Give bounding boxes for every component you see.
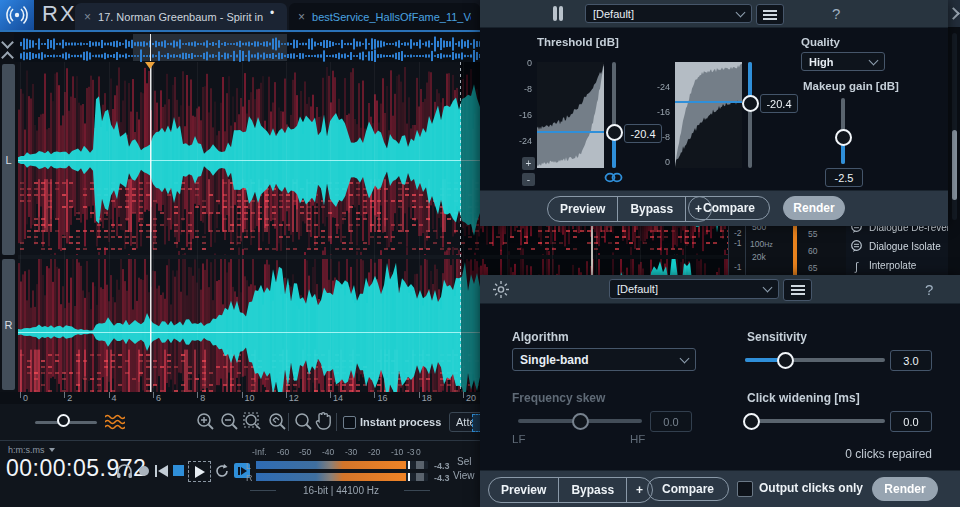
amp-scale-label: -2 — [734, 228, 742, 238]
module-list-scrollbar[interactable] — [952, 33, 957, 220]
click-widening-slider[interactable] — [745, 419, 885, 423]
histogram-zoom-in-button[interactable]: + — [522, 157, 535, 170]
chevron-down-icon — [869, 55, 879, 65]
preset-value: [Default] — [617, 283, 658, 295]
makeup-gain-value[interactable]: -2.5 — [825, 168, 863, 187]
magnify-tool-icon[interactable] — [294, 412, 312, 431]
tab-label[interactable]: bestService_HallsOfFame_11_Vocals_Dry.wa — [312, 11, 471, 23]
record-button[interactable] — [139, 466, 149, 476]
help-button[interactable]: ? — [925, 281, 933, 298]
module-list: Dialogue De-reverbDialogue Isolate∫Inter… — [846, 218, 948, 275]
bypass-button[interactable]: Bypass — [618, 197, 685, 221]
freq-scale-label: 20k — [752, 252, 766, 262]
histogram-axis-label: -24 — [652, 82, 670, 92]
link-channels-icon[interactable] — [604, 172, 623, 183]
instant-process-checkbox[interactable] — [343, 416, 356, 429]
threshold-slider-right-handle[interactable] — [742, 95, 759, 112]
freq-scale-label: 500 — [752, 225, 766, 232]
divider — [336, 413, 337, 431]
declip-preset-menu-button[interactable] — [756, 4, 784, 25]
ruler-tick — [64, 392, 65, 398]
blend-slider-handle[interactable] — [57, 414, 70, 427]
module-list-item[interactable]: ∫Interpolate — [846, 256, 948, 275]
level-meter-right — [256, 473, 428, 481]
algorithm-select[interactable]: Single-band — [512, 348, 696, 371]
scrollbar-thumb[interactable] — [952, 130, 957, 200]
loop-button[interactable] — [214, 463, 230, 479]
histogram-axis-label: -16 — [652, 107, 670, 117]
declick-preset-select[interactable]: [Default] — [609, 279, 779, 299]
declip-histogram-left[interactable] — [537, 62, 604, 168]
quality-select[interactable]: High — [801, 52, 885, 71]
peak-tick — [408, 461, 410, 469]
meter-scale-label: -Inf. — [252, 447, 267, 457]
meter-scale-label: -3 — [407, 447, 415, 457]
module-list-item[interactable]: Dialogue Isolate — [846, 237, 948, 256]
zoom-reset-icon[interactable] — [268, 412, 286, 431]
time-ruler[interactable]: 02468101214161820 — [0, 392, 480, 404]
zoom-selection-icon[interactable] — [243, 412, 263, 431]
peak-value: -4.3 — [434, 473, 450, 483]
preview-button[interactable]: Preview — [489, 478, 558, 502]
close-icon[interactable]: × — [84, 10, 91, 24]
hand-tool-icon[interactable] — [315, 411, 332, 431]
clip-indicator[interactable] — [416, 461, 424, 469]
previous-button[interactable] — [155, 465, 168, 477]
ruler-tick — [286, 392, 287, 398]
sensitivity-handle[interactable] — [777, 352, 794, 369]
sensitivity-value[interactable]: 3.0 — [890, 350, 932, 371]
render-button[interactable]: Render — [872, 477, 938, 501]
module-name: Interpolate — [869, 260, 916, 271]
bypass-button[interactable]: Bypass — [559, 478, 626, 502]
declick-preset-menu-button[interactable] — [783, 279, 812, 301]
spectrogram-color-scale[interactable] — [793, 225, 797, 275]
tab-file-1[interactable]: × 17. Norman Greenbaum - Spirit in the S… — [75, 3, 287, 30]
tab-label[interactable]: 17. Norman Greenbaum - Spirit in the Sky… — [98, 11, 263, 23]
zoom-out-icon[interactable] — [220, 412, 238, 431]
render-button[interactable]: Render — [783, 196, 845, 220]
tab-file-2-active[interactable]: × bestService_HallsOfFame_11_Vocals_Dry.… — [289, 3, 480, 30]
meter-fill — [256, 461, 406, 469]
freq-scale-label: 100Hz — [750, 239, 773, 249]
threshold-slider-left-handle[interactable] — [606, 124, 623, 141]
declick-module-window: [Default] ? Algorithm Single-band Sensit… — [480, 275, 960, 507]
click-widening-handle[interactable] — [743, 413, 760, 430]
preset-value: [Default] — [593, 8, 634, 20]
compare-button[interactable]: Compare — [688, 196, 770, 220]
ruler-tick — [153, 392, 154, 398]
frequency-skew-handle[interactable] — [572, 413, 589, 430]
declip-preset-select[interactable]: [Default] — [585, 4, 752, 23]
frequency-skew-value[interactable]: 0.0 — [650, 411, 692, 432]
preview-button[interactable]: Preview — [548, 197, 617, 221]
declip-histogram-right[interactable] — [675, 62, 742, 168]
time-format-label[interactable]: h:m:s.ms — [8, 445, 45, 455]
channel-strip-right[interactable]: R — [2, 259, 15, 390]
channel-strip-left[interactable]: L — [2, 64, 15, 255]
meter-fill — [256, 473, 406, 481]
output-clicks-only-checkbox[interactable] — [737, 481, 753, 497]
editor-toolbar: Instant process Attenuate — [0, 404, 480, 440]
ruler-tick-label: 20 — [466, 393, 476, 403]
ruler-tick — [20, 392, 21, 398]
play-button[interactable] — [188, 461, 211, 482]
makeup-gain-handle[interactable] — [835, 129, 852, 146]
frequency-scale-strip: -2 -1 -1 500 100Hz 20k 55 60 65 — [728, 225, 846, 275]
divider — [404, 490, 430, 491]
declick-footer: Preview Bypass + Compare Output clicks o… — [480, 470, 960, 507]
click-widening-value[interactable]: 0.0 — [890, 411, 932, 432]
play-icon — [195, 466, 205, 478]
monitor-headphones-icon[interactable] — [116, 463, 133, 479]
histogram-axis-label: -8 — [652, 132, 670, 142]
close-icon[interactable]: × — [298, 10, 305, 24]
clip-indicator[interactable] — [416, 473, 424, 481]
zoom-in-icon[interactable] — [196, 412, 214, 431]
histogram-zoom-out-button[interactable]: - — [522, 173, 535, 186]
spectrogram-view-icon[interactable] — [105, 414, 125, 430]
compare-button[interactable]: Compare — [647, 477, 729, 501]
declip-module-window: [Default] ? Threshold [dB] 0-8-16-24 + -… — [480, 0, 948, 225]
help-button[interactable]: ? — [832, 5, 840, 22]
threshold-right-value[interactable]: -20.4 — [760, 94, 798, 113]
stop-button[interactable] — [173, 465, 184, 476]
app-title: RX — [42, 1, 77, 27]
overview-collapse-control[interactable] — [1, 36, 14, 60]
